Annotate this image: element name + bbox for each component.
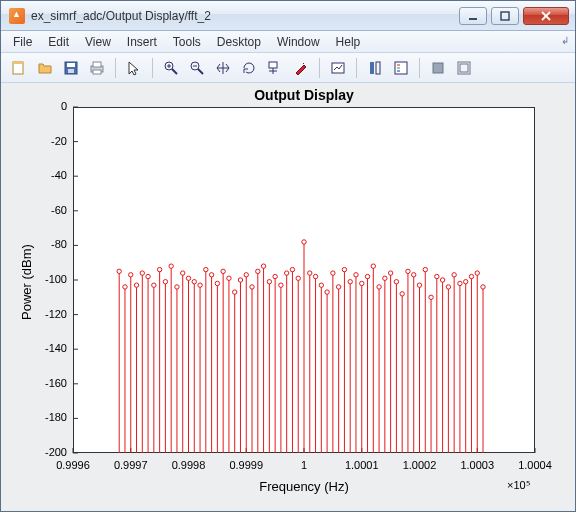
svg-rect-10 [93,62,101,67]
brush-button[interactable] [289,56,313,80]
toolbar-separator [356,58,357,78]
dock-icon [456,60,472,76]
pan-icon [215,60,231,76]
svg-point-151 [400,292,404,296]
svg-point-167 [446,285,450,289]
legend-icon [393,60,409,76]
open-button[interactable] [33,56,57,80]
svg-point-163 [435,274,439,278]
menu-window[interactable]: Window [269,33,328,51]
svg-line-17 [198,69,203,74]
print-button[interactable] [85,56,109,80]
svg-point-137 [360,281,364,285]
svg-point-127 [331,271,335,275]
svg-point-73 [175,285,179,289]
menu-edit[interactable]: Edit [40,33,77,51]
menu-desktop[interactable]: Desktop [209,33,269,51]
svg-rect-7 [67,63,75,67]
svg-point-85 [209,273,213,277]
svg-point-171 [458,281,462,285]
svg-point-117 [302,240,306,244]
hide-tools-button[interactable] [426,56,450,80]
zoom-in-icon [163,60,179,76]
toolbar-separator [152,58,153,78]
svg-point-65 [152,283,156,287]
svg-point-55 [123,285,127,289]
close-icon [541,11,551,21]
svg-point-67 [157,267,161,271]
svg-point-99 [250,285,254,289]
open-icon [37,60,53,76]
svg-point-135 [354,273,358,277]
link-icon [330,60,346,76]
link-button[interactable] [326,56,350,80]
svg-rect-31 [460,64,468,72]
svg-point-109 [279,283,283,287]
svg-point-53 [117,269,121,273]
pointer-icon [126,60,142,76]
app-icon [9,8,25,24]
svg-point-153 [406,269,410,273]
svg-rect-11 [93,70,101,74]
data-cursor-icon [267,60,283,76]
svg-point-145 [383,276,387,280]
new-figure-icon [11,60,27,76]
svg-point-129 [336,285,340,289]
figure-area[interactable]: Output Display0-20-40-60-80-100-120-140-… [1,83,575,511]
svg-point-123 [319,283,323,287]
svg-rect-24 [376,62,380,74]
close-button[interactable] [523,7,569,25]
rotate-button[interactable] [237,56,261,80]
zoom-in-button[interactable] [159,56,183,80]
svg-point-159 [423,267,427,271]
menu-help[interactable]: Help [328,33,369,51]
menu-insert[interactable]: Insert [119,33,165,51]
svg-point-75 [181,271,185,275]
pointer-button[interactable] [122,56,146,80]
zoom-out-button[interactable] [185,56,209,80]
svg-point-97 [244,273,248,277]
legend-button[interactable] [389,56,413,80]
colorbar-button[interactable] [363,56,387,80]
svg-point-69 [163,280,167,284]
maximize-button[interactable] [491,7,519,25]
minimize-icon [468,11,478,21]
svg-point-71 [169,264,173,268]
menu-view[interactable]: View [77,33,119,51]
svg-point-57 [129,273,133,277]
menu-file[interactable]: File [5,33,40,51]
brush-icon [293,60,309,76]
svg-point-141 [371,264,375,268]
menu-tools[interactable]: Tools [165,33,209,51]
svg-point-173 [464,280,468,284]
toolbar-separator [115,58,116,78]
svg-point-91 [227,276,231,280]
zoom-out-icon [189,60,205,76]
svg-rect-8 [68,69,74,73]
svg-point-105 [267,280,271,284]
svg-point-77 [186,276,190,280]
pan-button[interactable] [211,56,235,80]
svg-point-125 [325,290,329,294]
data-cursor-button[interactable] [263,56,287,80]
toolbar-separator [419,58,420,78]
svg-rect-29 [433,63,443,73]
dock-button[interactable] [452,56,476,80]
menu-corner-icon[interactable]: ↲ [561,35,569,46]
svg-point-147 [388,271,392,275]
svg-point-177 [475,271,479,275]
toolbar-separator [319,58,320,78]
rotate-icon [241,60,257,76]
svg-point-107 [273,274,277,278]
hide-tools-icon [430,60,446,76]
new-figure-button[interactable] [7,56,31,80]
print-icon [89,60,105,76]
svg-point-157 [417,283,421,287]
save-button[interactable] [59,56,83,80]
svg-point-119 [308,271,312,275]
window-buttons [459,7,569,25]
axes-canvas: Output Display0-20-40-60-80-100-120-140-… [1,83,575,511]
minimize-button[interactable] [459,7,487,25]
svg-rect-1 [501,12,509,20]
svg-point-95 [238,278,242,282]
